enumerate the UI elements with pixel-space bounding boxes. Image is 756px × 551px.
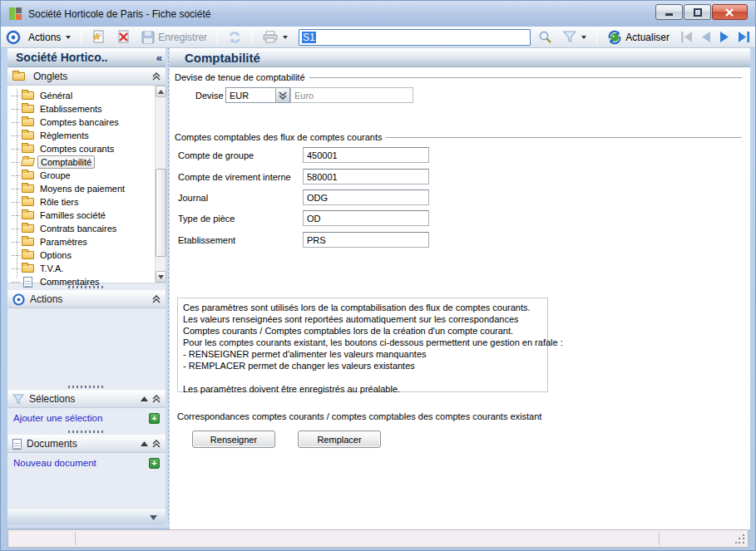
- journal-label: Journal: [178, 193, 208, 203]
- tree-item-comptes-courants[interactable]: Comptes courants: [7, 142, 155, 155]
- app-logo-icon: [9, 7, 22, 20]
- new-page-icon: [91, 30, 106, 44]
- devise-group-legend: Devise de tenue de comptabilité: [175, 72, 742, 82]
- documents-section-header[interactable]: Documents: [7, 435, 166, 453]
- sidebar-title: Société Hortico..: [16, 51, 156, 64]
- sidebar-bottom-bar[interactable]: [7, 509, 166, 524]
- delete-icon: [116, 30, 131, 44]
- type-piece-input[interactable]: [303, 210, 429, 226]
- tree-item-commentaires[interactable]: Commentaires: [7, 275, 155, 288]
- combo-dropdown-icon[interactable]: [275, 88, 289, 102]
- add-plus-icon[interactable]: +: [149, 413, 160, 424]
- tree-item-comptes-bancaires[interactable]: Comptes bancaires: [7, 116, 155, 129]
- scroll-up-icon[interactable]: [156, 86, 166, 97]
- tree-item-options[interactable]: Options: [7, 248, 155, 262]
- devise-combobox[interactable]: EUR: [225, 87, 290, 103]
- folder-icon: [22, 118, 34, 126]
- collapse-section-icon[interactable]: [152, 395, 161, 403]
- actions-menu-button[interactable]: Actions: [25, 30, 74, 45]
- search-input[interactable]: S1: [299, 29, 531, 46]
- accounts-group-legend: Comptes comptables des flux de comptes c…: [175, 132, 742, 142]
- tree-item-reglements[interactable]: Règlements: [7, 129, 155, 142]
- collapse-section-icon[interactable]: [152, 295, 161, 303]
- close-button[interactable]: [712, 4, 748, 20]
- filter-button[interactable]: [560, 29, 590, 45]
- tree-item-groupe[interactable]: Groupe: [7, 169, 155, 182]
- sidebar: Société Hortico.. « Onglets Général Etab…: [7, 48, 166, 524]
- toolbar: Actions Enregistrer S1 Actualiser: [1, 27, 755, 48]
- chevron-down-icon: [150, 515, 157, 520]
- tree-item-general[interactable]: Général: [7, 89, 155, 102]
- compte-groupe-label: Compte de groupe: [178, 150, 254, 160]
- collapse-section-icon[interactable]: [152, 440, 161, 448]
- tree-scrollbar[interactable]: [155, 86, 166, 283]
- page-title-bar: Comptabilité: [170, 48, 750, 67]
- actualiser-button[interactable]: Actualiser: [604, 28, 673, 47]
- window-title: Société Horticole de Paris - Fiche socié…: [28, 8, 210, 20]
- folder-icon: [22, 105, 34, 113]
- resize-grip-icon[interactable]: [735, 534, 745, 544]
- main-panel: Comptabilité Devise de tenue de comptabi…: [170, 48, 750, 529]
- printer-icon: [263, 31, 278, 44]
- bullseye-icon: [6, 30, 21, 45]
- compte-virement-label: Compte de virement interne: [178, 172, 291, 182]
- scroll-up-small-icon[interactable]: [141, 441, 148, 446]
- previous-record-button[interactable]: [700, 32, 712, 42]
- remplacer-button[interactable]: Remplacer: [298, 430, 381, 448]
- add-plus-icon[interactable]: +: [149, 458, 160, 469]
- actions-empty-area: [7, 308, 166, 383]
- folder-icon: [22, 198, 34, 206]
- splitter-handle[interactable]: [7, 428, 166, 435]
- onglets-tree: Général Etablissements Comptes bancaires…: [7, 86, 166, 283]
- splitter-handle[interactable]: [7, 383, 166, 390]
- tree-item-tva[interactable]: T.V.A.: [7, 262, 155, 275]
- journal-input[interactable]: [303, 189, 429, 205]
- new-document-row: Nouveau document +: [7, 453, 166, 473]
- save-button[interactable]: Enregistrer: [138, 29, 210, 46]
- renseigner-button[interactable]: Renseigner: [192, 430, 275, 448]
- tree-item-comptabilite[interactable]: Comptabilité: [7, 155, 155, 169]
- etablissement-input[interactable]: [303, 232, 429, 248]
- bullseye-icon: [12, 293, 25, 306]
- maximize-button[interactable]: [684, 4, 711, 20]
- delete-record-button[interactable]: [113, 28, 134, 46]
- compte-groupe-input[interactable]: [303, 147, 429, 163]
- tree-item-contrats-bancaires[interactable]: Contrats bancaires: [7, 222, 155, 235]
- next-record-button[interactable]: [719, 32, 730, 42]
- status-bar: [7, 529, 749, 548]
- first-record-button[interactable]: [680, 32, 694, 42]
- tree-item-etablissements[interactable]: Etablissements: [7, 102, 155, 116]
- minimize-button[interactable]: [655, 4, 683, 20]
- sidebar-title-bar: Société Hortico.. «: [7, 48, 166, 67]
- compte-virement-input[interactable]: [303, 169, 429, 184]
- tree-item-moyens-de-paiement[interactable]: Moyens de paiement: [7, 182, 155, 195]
- selections-section-header[interactable]: Sélections: [7, 390, 166, 408]
- tree-item-role-tiers[interactable]: Rôle tiers: [7, 195, 155, 209]
- collapse-section-icon[interactable]: [152, 72, 161, 81]
- folder-icon: [22, 264, 34, 273]
- actions-section-header[interactable]: Actions: [7, 290, 166, 308]
- new-document-link[interactable]: Nouveau document: [13, 458, 149, 468]
- scroll-up-small-icon[interactable]: [141, 396, 148, 401]
- refresh-green-icon: [607, 30, 622, 45]
- devise-label: Devise: [195, 91, 224, 101]
- add-selection-link[interactable]: Ajouter une sélection: [13, 413, 149, 423]
- etablissement-label: Etablissement: [178, 235, 235, 245]
- tree-item-parametres[interactable]: Paramètres: [7, 235, 155, 248]
- folder-icon: [22, 251, 34, 259]
- print-button[interactable]: [259, 29, 291, 46]
- last-record-button[interactable]: [737, 32, 750, 42]
- folder-icon: [22, 145, 34, 153]
- chevron-down-icon: [66, 36, 71, 39]
- filter-funnel-icon: [563, 31, 576, 43]
- new-record-button[interactable]: [88, 28, 109, 46]
- scroll-down-icon[interactable]: [156, 271, 166, 283]
- refresh-data-button[interactable]: [225, 29, 245, 46]
- folder-icon: [22, 131, 34, 140]
- tree-item-familles-societe[interactable]: Familles société: [7, 209, 155, 222]
- scrollbar-thumb[interactable]: [156, 169, 166, 257]
- search-value-selected: S1: [302, 32, 316, 43]
- search-button[interactable]: [535, 28, 556, 46]
- onglets-section-header[interactable]: Onglets: [7, 67, 166, 86]
- collapse-sidebar-icon[interactable]: «: [156, 52, 162, 64]
